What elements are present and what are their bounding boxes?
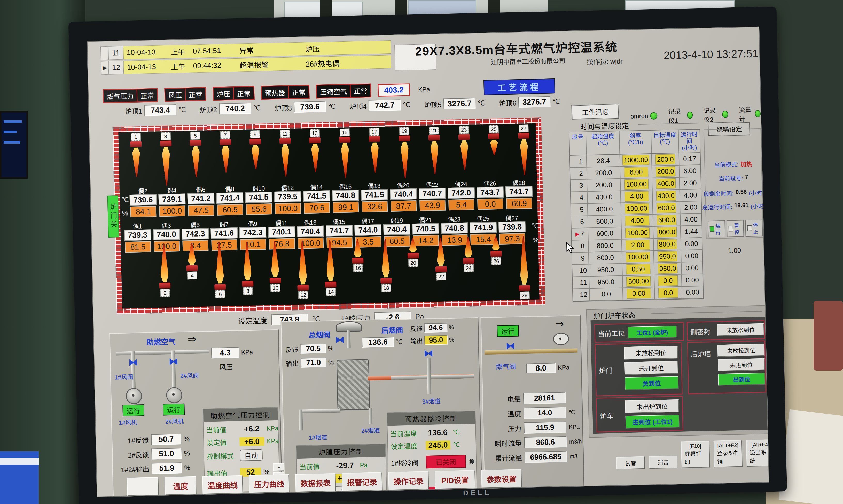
burner-body [519,285,530,291]
rear-wall-status-button: 未放松到位 [717,344,765,357]
gas-pressure-value: 8.0 [526,363,556,373]
percent-unit: % [449,337,454,343]
target-temp-cell[interactable]: 200.0 [652,154,679,165]
thermocouple-label: 偶25 [477,214,489,222]
rate-cell[interactable]: 100.00 [621,202,653,215]
target-temp-cell[interactable]: 400.0 [653,190,680,202]
flue-temp-unit: ℃ [395,338,403,346]
degree-unit: ℃ [478,99,485,107]
rear-flue-output[interactable]: 95.0 [424,335,448,345]
burner-body [488,133,500,140]
burner: 10 [267,241,283,305]
burner: 2 [157,244,173,307]
unit-celsius: ℃ [531,222,539,230]
burner-number: 24 [464,264,474,272]
target-temp-cell[interactable]: 200.0 [652,165,680,178]
run-time: 0.00 [682,286,703,299]
pressure-unit: KPa [418,86,430,93]
preheater-set[interactable]: 245.0 [426,440,451,450]
thermocouple: 偶8 741.4 60.5 [216,184,244,216]
door-panel-title: 炉门炉车状态 [593,310,635,321]
top-temp-label: 炉顶5 [424,99,442,109]
gas-pressure-unit: KPa [558,364,570,371]
thermocouple-label: 偶24 [454,179,467,188]
nav-tab[interactable]: 操作记录 [388,471,429,490]
thermocouple-temp: 739.1 [158,193,185,205]
nav-tab[interactable]: 数据报表 [295,473,336,492]
nav-tab[interactable]: 温度曲线 [202,475,243,494]
target-temp-cell[interactable]: 0.0 [654,274,682,287]
target-temp-cell[interactable]: 950.0 [654,250,681,262]
flame-icon [490,140,498,156]
burner: 14 [322,240,339,304]
run-button[interactable]: 运行 [708,220,725,237]
rate-cell[interactable]: 0.00 [623,287,655,300]
rate-cell[interactable]: 0.50 [623,263,654,275]
rate-cell[interactable]: 100.00 [622,251,654,263]
nav-tab[interactable]: 温度 [164,476,196,495]
rear-wall-label: 后炉墙 [690,348,711,359]
pause-button[interactable]: 暂停 [727,220,744,237]
thermocouple-temp: 741.5 [245,192,272,203]
target-temp-cell[interactable]: 950.0 [654,262,682,274]
process-flow-button[interactable]: 工艺流程 [484,78,555,95]
segment-number: ▶ 7 [572,228,589,240]
stop-button[interactable]: 停止 [746,220,763,236]
fb-label: 反馈 [410,324,423,333]
nav-tab[interactable]: 压力曲线 [249,474,289,493]
system-button[interactable]: 消音 [649,456,678,469]
seal-status-button: 未放松到位 [717,323,764,336]
air-pipe [116,350,209,356]
valve-dial-icon[interactable]: ◉ [468,457,474,465]
nav-tab[interactable]: 报警记录 [342,472,382,491]
out-label: 输出 [286,358,299,368]
fb-label: 反馈 [285,344,299,354]
thermocouple-label: 偶5 [190,220,200,229]
air-set-value[interactable]: +6.0 [239,437,265,446]
schedule-row[interactable]: ▶ 12 0.0 0.00 0.0 0.00 [573,286,703,301]
feedback-label: 2#反馈 [115,449,149,460]
status-badge-name: 燃气压力 [104,89,137,102]
system-button[interactable]: [F10] 屏幕打印 [681,441,710,468]
air-mode-button[interactable]: 自动 [240,449,263,461]
burner: 21 [426,127,443,180]
run-time: 4.00 [680,189,701,201]
gas-meter-label: 瞬时流量 [485,438,522,448]
rate-cell[interactable]: 4.00 [622,215,653,227]
target-temp-cell[interactable]: 0.0 [655,287,682,299]
nav-tab[interactable] [127,477,159,496]
flame-icon [326,240,335,282]
burner: 17 [367,128,383,181]
rate-cell[interactable]: 100.00 [622,227,654,239]
thermocouple-temp: 744.0 [355,224,382,236]
system-button[interactable]: [ALT+F2] 登录&注销 [714,440,742,467]
target-temp-cell[interactable]: 600.0 [653,214,681,226]
col-rate: 斜率 (℃/h) [620,131,652,154]
nav-tab[interactable]: PID设置 [435,470,475,489]
run-time: 0.00 [681,238,702,250]
car-status-box: 炉车 未出炉到位进到位 (工位1) [596,396,683,432]
rate-cell[interactable]: 2.00 [622,239,654,251]
target-temp-cell[interactable]: 400.0 [652,178,680,190]
thermocouple-label: 偶9 [248,219,257,227]
nav-tab[interactable]: 参数设置 [481,469,522,488]
thermocouple-label: 偶16 [339,181,352,190]
system-button[interactable]: [Alt+F4] 退出系统 [746,439,769,467]
burner: 15 [337,128,353,182]
target-temp-cell[interactable]: 800.0 [654,238,681,250]
system-button[interactable]: 试音 [616,456,645,469]
thermocouple-output-pct: 84.1 [130,206,156,217]
thermocouple-label: 偶2 [138,186,147,195]
rate-cell[interactable]: 500.00 [623,275,655,288]
workpiece-temp-button[interactable]: 工件温度 [571,104,619,120]
target-temp-cell[interactable]: 600.0 [653,202,680,214]
target-temp-cell[interactable]: 800.0 [653,226,681,238]
rate-cell[interactable]: 4.00 [621,190,653,203]
rate-cell[interactable]: 1000.00 [620,154,652,166]
burner-body [429,135,440,141]
rate-cell[interactable]: 6.00 [621,166,652,178]
rate-cell[interactable]: 100.00 [621,178,653,191]
gas-meter-row: 压力 115.9 KPa [485,421,581,434]
thermocouple-label: 偶1 [133,221,142,230]
gas-meter-value: 6966.685 [524,451,567,463]
